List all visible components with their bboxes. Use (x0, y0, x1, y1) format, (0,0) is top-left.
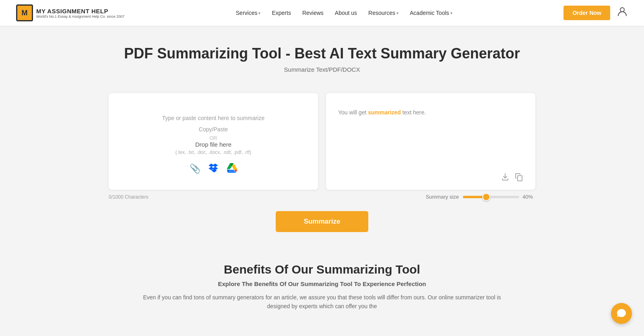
output-actions (338, 172, 523, 183)
slider-container: 40% (463, 194, 535, 200)
nav-experts[interactable]: Experts (272, 10, 291, 16)
copy-button[interactable] (514, 172, 523, 183)
logo-area[interactable]: M MY ASSIGNMENT HELP World's No.1 Essay … (16, 4, 124, 21)
nav-right: Order Now (564, 6, 628, 20)
benefits-description: Even if you can find tons of summary gen… (141, 293, 503, 311)
chevron-down-icon: ▾ (258, 11, 260, 15)
upload-icons: 📎 (190, 163, 237, 174)
logo-text: MY ASSIGNMENT HELP World's No.1 Essay & … (36, 8, 124, 19)
google-drive-icon[interactable] (226, 163, 237, 174)
attach-icon[interactable]: 📎 (190, 164, 200, 174)
download-button[interactable] (501, 172, 510, 183)
hero-section: PDF Summarizing Tool - Best AI Text Summ… (0, 26, 644, 85)
benefits-section: Benefits Of Our Summarizing Tool Explore… (0, 243, 644, 319)
summary-size-control: Summary size 40% (426, 194, 535, 200)
hero-subtitle: Summarize Text/PDF/DOCX (8, 66, 636, 73)
drop-file-label: Drop file here (195, 141, 231, 148)
logo-subtitle: World's No.1 Essay & Assignment Help Co.… (36, 15, 124, 19)
copy-paste-label: Copy/Paste (199, 124, 228, 135)
summarize-section: Summarize (0, 211, 644, 232)
benefits-title: Benefits Of Our Summarizing Tool (16, 263, 628, 276)
chevron-down-icon: ▾ (450, 11, 452, 15)
nav-about-us[interactable]: About us (335, 10, 357, 16)
file-types-label: (.tex, .txt, .doc, .docx, .odt, .pdf, .r… (175, 149, 252, 155)
input-placeholder: Type or paste content here to summarize (162, 112, 264, 124)
summary-size-label: Summary size (426, 194, 459, 200)
char-count: 0/1000 Characters (109, 194, 149, 200)
user-icon[interactable] (617, 6, 628, 20)
navbar: M MY ASSIGNMENT HELP World's No.1 Essay … (0, 0, 644, 26)
input-panel[interactable]: Type or paste content here to summarize … (109, 93, 318, 190)
logo-badge: M (16, 4, 33, 21)
order-now-button[interactable]: Order Now (564, 6, 610, 20)
chat-bubble[interactable] (611, 303, 632, 324)
benefits-subtitle: Explore The Benefits Of Our Summarizing … (16, 280, 628, 287)
page-title: PDF Summarizing Tool - Best AI Text Summ… (8, 45, 636, 62)
nav-links: Services ▾ Experts Reviews About us Reso… (236, 10, 452, 16)
nav-resources[interactable]: Resources ▾ (368, 10, 398, 16)
nav-academic-tools[interactable]: Academic Tools ▾ (410, 10, 452, 16)
or-label: OR (209, 135, 217, 141)
percent-label: 40% (522, 194, 535, 200)
svg-rect-6 (518, 176, 522, 181)
nav-services[interactable]: Services ▾ (236, 10, 261, 16)
summary-size-slider[interactable] (463, 196, 519, 198)
dropbox-icon[interactable] (208, 164, 219, 174)
output-placeholder: You will get summarized text here. (338, 109, 523, 116)
chevron-down-icon: ▾ (396, 11, 398, 15)
summarize-button[interactable]: Summarize (276, 211, 369, 232)
svg-marker-2 (212, 164, 218, 167)
svg-point-0 (620, 8, 624, 12)
tool-area: Type or paste content here to summarize … (101, 93, 543, 190)
logo-title: MY ASSIGNMENT HELP (36, 8, 124, 15)
controls-bar: 0/1000 Characters Summary size 40% (101, 194, 543, 200)
nav-reviews[interactable]: Reviews (302, 10, 324, 16)
output-panel: You will get summarized text here. (326, 93, 535, 190)
